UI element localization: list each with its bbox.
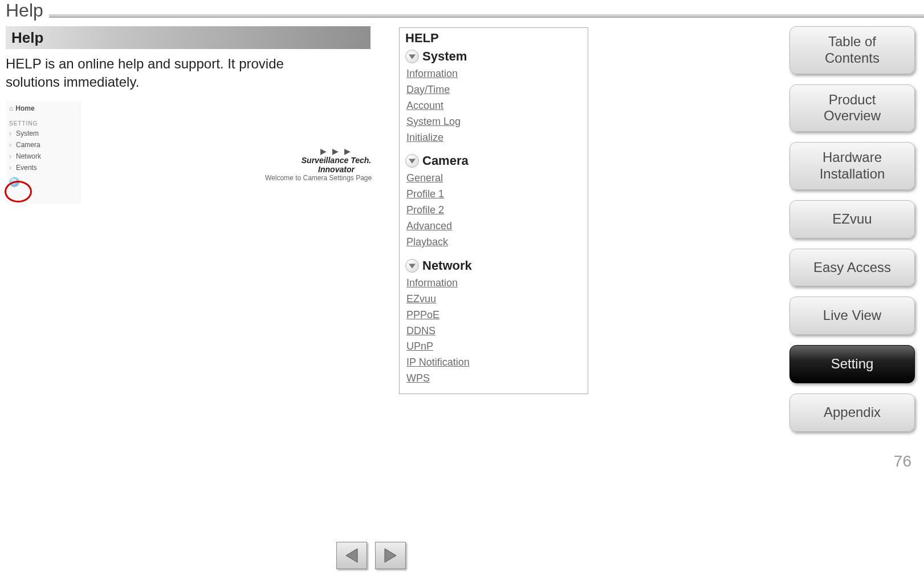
help-link[interactable]: PPPoE [406,307,582,323]
section-heading: Help [6,26,371,49]
nav-label: Hardware Installation [820,149,885,181]
nav-label: EZvuu [832,211,872,226]
inset-item: System [6,128,80,139]
inset-item: Camera [6,139,80,151]
triangle-left-icon [343,547,360,564]
help-link[interactable]: WPS [406,371,582,387]
help-section-network[interactable]: Network [405,258,582,273]
inset-home: Home [6,101,80,118]
help-link[interactable]: EZvuu [406,291,582,307]
help-link[interactable]: Profile 1 [406,186,582,202]
help-section-system[interactable]: System [405,49,582,64]
nav-label: Product Overview [824,92,881,124]
inset-sidebar: Home SETTING System Camera Network Event… [6,101,80,204]
inset-brand: Surveillance Tech. Innovator [291,156,382,174]
nav-table-of-contents[interactable]: Table of Contents [789,26,915,74]
help-panel-title: HELP [405,31,582,46]
inset-screenshot: Home SETTING System Camera Network Event… [6,101,376,204]
nav-easy-access[interactable]: Easy Access [789,249,915,287]
nav-label: Table of Contents [825,34,880,66]
inset-item: Network [6,151,80,162]
svg-marker-1 [409,159,416,164]
nav-ezvuu[interactable]: EZvuu [789,200,915,238]
pager [336,542,406,569]
nav-live-view[interactable]: Live View [789,297,915,335]
help-icon: ? [9,177,19,187]
nav-appendix[interactable]: Appendix [789,394,915,432]
help-link[interactable]: DDNS [406,323,582,339]
next-page-button[interactable] [375,542,406,569]
inset-item: Events [6,162,80,173]
inset-brand-block: ▶ ▶ ▶ Surveillance Tech. Innovator [291,147,382,174]
help-link[interactable]: IP Notification [406,355,582,371]
help-link[interactable]: System Log [406,114,582,130]
right-nav: Table of Contents Product Overview Hardw… [789,26,915,471]
chevron-down-icon [405,154,419,168]
nav-setting[interactable]: Setting [789,345,915,383]
nav-product-overview[interactable]: Product Overview [789,84,915,132]
svg-marker-2 [409,263,416,268]
help-section-label: Camera [422,153,469,168]
help-section-label: Network [422,258,472,273]
help-link[interactable]: UPnP [406,339,582,355]
help-link[interactable]: Day/Time [406,82,582,98]
help-index-panel: HELP System Information Day/Time Account… [399,27,588,394]
inset-help-row: ? [6,173,80,187]
arrows-icon: ▶ ▶ ▶ [291,147,382,156]
page-title: Help [6,0,43,21]
svg-marker-4 [385,549,396,562]
help-section-label: System [422,49,467,64]
chevron-down-icon [405,50,419,63]
help-link[interactable]: Advanced [406,218,582,234]
help-link[interactable]: Account [406,98,582,114]
page-number: 76 [789,452,915,471]
triangle-right-icon [382,547,399,564]
section-description: HELP is an online help and support. It p… [6,55,325,92]
nav-hardware-installation[interactable]: Hardware Installation [789,142,915,190]
nav-label: Appendix [824,404,881,420]
help-links-network: Information EZvuu PPPoE DDNS UPnP IP Not… [406,275,582,387]
nav-label: Live View [823,307,881,323]
help-links-system: Information Day/Time Account System Log … [406,66,582,145]
page-title-row: Help [0,0,924,21]
help-link[interactable]: Information [406,66,582,82]
help-link[interactable]: General [406,171,582,186]
nav-label: Setting [831,356,874,371]
chevron-down-icon [405,259,419,273]
svg-marker-0 [409,54,416,59]
help-link[interactable]: Profile 2 [406,202,582,218]
help-link[interactable]: Initialize [406,130,582,146]
nav-label: Easy Access [813,259,891,275]
inset-welcome: Welcome to Camera Settings Page [265,174,372,182]
prev-page-button[interactable] [336,542,367,569]
title-rule [49,14,924,18]
help-section-camera[interactable]: Camera [405,153,582,168]
left-column: Help HELP is an online help and support.… [6,26,371,204]
svg-marker-3 [346,549,357,562]
inset-setting-label: SETTING [6,118,80,128]
help-link[interactable]: Playback [406,234,582,250]
help-link[interactable]: Information [406,275,582,291]
help-links-camera: General Profile 1 Profile 2 Advanced Pla… [406,171,582,250]
